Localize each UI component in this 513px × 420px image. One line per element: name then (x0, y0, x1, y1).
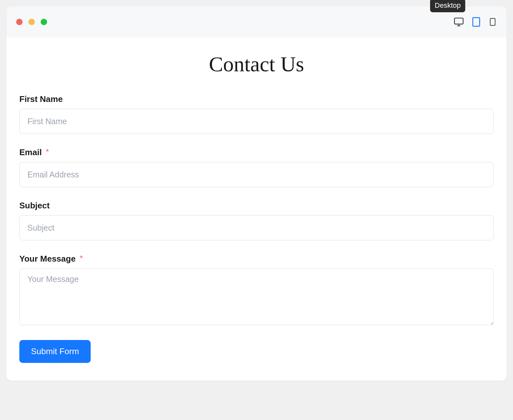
tablet-view-button[interactable] (471, 17, 481, 27)
first-name-label: First Name (19, 94, 494, 104)
email-input[interactable] (19, 162, 494, 187)
minimize-icon[interactable] (28, 19, 35, 25)
desktop-view-button[interactable] (454, 17, 464, 27)
svg-rect-0 (455, 18, 463, 24)
device-buttons (454, 17, 497, 27)
close-icon[interactable] (16, 19, 23, 25)
browser-window: Contact Us First Name Email * Subject Yo… (6, 6, 507, 381)
window-body: Contact Us First Name Email * Subject Yo… (6, 37, 507, 381)
maximize-icon[interactable] (41, 19, 47, 25)
mobile-view-button[interactable] (488, 17, 497, 27)
email-label: Email * (19, 147, 494, 157)
subject-input[interactable] (19, 215, 494, 240)
tooltip-desktop: Desktop (430, 0, 465, 12)
svg-rect-5 (490, 18, 495, 25)
form-group-first-name: First Name (19, 94, 494, 134)
mobile-icon (488, 17, 497, 27)
form-group-message: Your Message * (19, 254, 494, 326)
required-star-icon: * (46, 147, 49, 155)
submit-button[interactable]: Submit Form (19, 340, 91, 363)
required-star-icon: * (80, 254, 83, 262)
email-label-text: Email (19, 147, 42, 157)
contact-form: First Name Email * Subject Your Message … (19, 94, 494, 363)
page-title: Contact Us (19, 52, 494, 76)
svg-rect-3 (473, 18, 479, 26)
first-name-input[interactable] (19, 109, 494, 134)
traffic-lights (16, 19, 47, 25)
form-group-email: Email * (19, 147, 494, 187)
desktop-icon (454, 17, 464, 27)
message-label-text: Your Message (19, 254, 75, 264)
tablet-icon (471, 17, 481, 27)
subject-label: Subject (19, 201, 494, 211)
form-group-subject: Subject (19, 201, 494, 240)
message-textarea[interactable] (19, 268, 494, 325)
message-label: Your Message * (19, 254, 494, 264)
